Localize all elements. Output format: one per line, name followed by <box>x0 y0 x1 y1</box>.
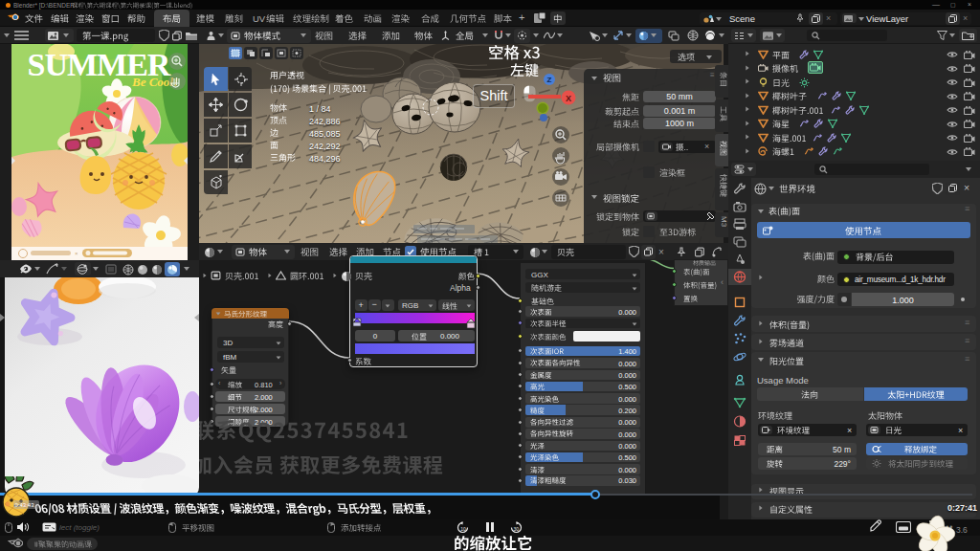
svg-text:30: 30 <box>514 526 520 532</box>
svg-text:×: × <box>75 251 78 256</box>
svg-text:X: X <box>566 94 571 103</box>
svg-text:10: 10 <box>460 526 466 532</box>
svg-text:Z: Z <box>547 76 552 84</box>
